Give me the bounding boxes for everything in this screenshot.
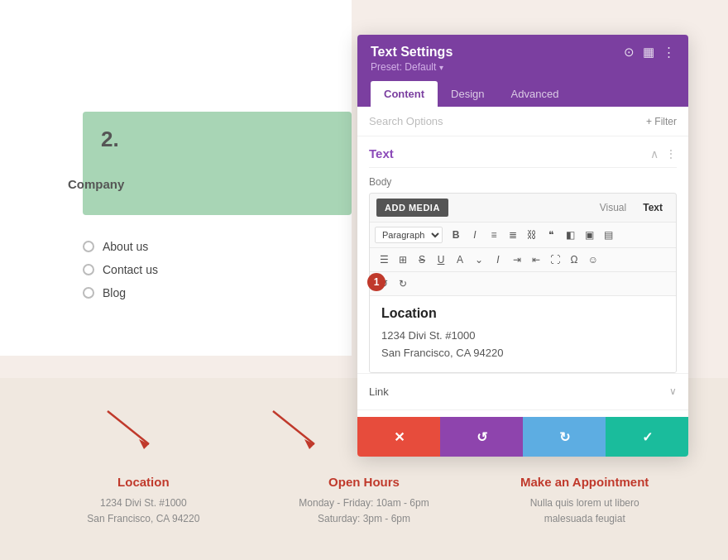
dots-icon[interactable]: ⋮ — [665, 147, 677, 160]
link-chevron-icon: ∨ — [669, 385, 677, 397]
collapse-icon[interactable]: ∧ — [650, 147, 659, 160]
paste-button[interactable]: ⌄ — [470, 251, 488, 269]
editor-toolbar: ADD MEDIA Visual Text Paragraph B I ≡ ≣ … — [369, 193, 677, 373]
arrow-location — [83, 403, 182, 452]
editor-address: 1234 Divi St. #1000 San Francisco, CA 94… — [381, 328, 664, 362]
hours-title: Open Hours — [254, 475, 475, 489]
appointment-text: Nulla quis lorem ut libero malesuada feu… — [474, 495, 695, 527]
visual-text-toggle: Visual Text — [593, 199, 669, 216]
section-title: Text — [369, 146, 394, 160]
text-toggle-button[interactable]: Text — [636, 199, 669, 216]
nav-label-about: About us — [103, 240, 148, 253]
bottom-col-hours: Open Hours Monday - Friday: 10am - 6pm S… — [254, 475, 475, 527]
section-header-icons: ∧ ⋮ — [650, 147, 677, 160]
svg-line-0 — [108, 411, 149, 444]
nav-list: About us Contact us Blog — [83, 240, 158, 299]
bottom-col-appointment: Make an Appointment Nulla quis lorem ut … — [474, 475, 695, 527]
nav-dot — [83, 264, 94, 275]
company-label: Company — [68, 177, 124, 191]
outdent-button[interactable]: ⇤ — [527, 251, 545, 269]
search-row: Search Options + Filter — [357, 107, 688, 136]
format-bar-row1: Paragraph B I ≡ ≣ ⛓ ❝ ◧ ▣ ▤ — [370, 223, 676, 248]
svg-line-2 — [273, 411, 314, 444]
link-label: Link — [369, 385, 389, 398]
paragraph-select[interactable]: Paragraph — [375, 227, 443, 243]
item-number: 2. — [101, 127, 124, 152]
editor-heading: Location — [381, 306, 664, 321]
emoji-button[interactable]: ☺ — [584, 251, 602, 269]
underline-button[interactable]: U — [432, 251, 450, 269]
indent-button[interactable]: ⇥ — [508, 251, 526, 269]
add-media-button[interactable]: ADD MEDIA — [376, 199, 448, 217]
panel-body: Search Options + Filter Text ∧ ⋮ Body AD… — [357, 107, 688, 417]
search-options-label[interactable]: Search Options — [369, 115, 646, 127]
unordered-list-button[interactable]: ≡ — [485, 226, 503, 244]
nav-item-blog[interactable]: Blog — [83, 286, 158, 299]
tab-content[interactable]: Content — [371, 81, 438, 107]
nav-item-contact[interactable]: Contact us — [83, 263, 158, 276]
omega-button[interactable]: Ω — [565, 251, 583, 269]
nav-item-about[interactable]: About us — [83, 240, 158, 253]
italic2-button[interactable]: I — [489, 251, 507, 269]
bold-button[interactable]: B — [447, 226, 465, 244]
panel-title-row: Text Settings ⊙ ▦ ⋮ — [371, 45, 675, 60]
undo-redo-bar: ↺ ↻ — [370, 272, 676, 296]
cancel-button[interactable]: ✕ — [357, 417, 440, 457]
panel-tabs: Content Design Advanced — [371, 81, 675, 107]
panel-preset[interactable]: Preset: Default ▾ — [371, 61, 675, 73]
step-badge: 1 — [367, 273, 386, 291]
hours-text: Monday - Friday: 10am - 6pm Saturday: 3p… — [254, 495, 475, 527]
media-row: ADD MEDIA Visual Text — [370, 194, 676, 223]
nav-label-blog: Blog — [103, 286, 126, 299]
section-header: Text ∧ ⋮ — [369, 136, 677, 168]
body-label: Body — [369, 168, 677, 193]
appointment-title: Make an Appointment — [474, 475, 695, 489]
nav-dot — [83, 287, 94, 299]
filter-button[interactable]: + Filter — [646, 116, 677, 127]
redo-editor-button[interactable]: ↻ — [394, 275, 412, 293]
undo-button[interactable]: ↺ — [440, 417, 523, 457]
text-section: Text ∧ ⋮ Body ADD MEDIA Visual Text — [357, 136, 688, 373]
text-color-button[interactable]: A — [451, 251, 469, 269]
strikethrough-button[interactable]: S — [413, 251, 431, 269]
ordered-list-button[interactable]: ≣ — [504, 226, 522, 244]
panel-title-icons: ⊙ ▦ ⋮ — [624, 45, 675, 60]
redo-button[interactable]: ↻ — [523, 417, 606, 457]
align-right-button[interactable]: ▤ — [599, 226, 617, 244]
editor-content[interactable]: Location 1234 Divi St. #1000 San Francis… — [370, 296, 676, 372]
green-box: 2. Company — [83, 112, 352, 215]
blockquote-button[interactable]: ❝ — [542, 226, 560, 244]
table-button[interactable]: ⊞ — [394, 251, 412, 269]
arrow-hours — [248, 403, 347, 452]
panel-title: Text Settings — [371, 45, 453, 60]
align-justify-button[interactable]: ☰ — [375, 251, 393, 269]
bottom-col-location: Location 1234 Divi St. #1000 San Francis… — [33, 475, 254, 527]
link-section[interactable]: Link ∨ — [357, 373, 688, 409]
nav-label-contact: Contact us — [103, 263, 158, 276]
visual-toggle-button[interactable]: Visual — [593, 199, 633, 216]
bottom-columns: Location 1234 Divi St. #1000 San Francis… — [0, 458, 728, 543]
preset-arrow-icon: ▾ — [439, 63, 443, 72]
location-address: 1234 Divi St. #1000 San Francisco, CA 94… — [33, 495, 254, 527]
background-section[interactable]: Background ∨ — [357, 409, 688, 417]
confirm-button[interactable]: ✓ — [606, 417, 688, 457]
panel-footer: ✕ ↺ ↻ ✓ — [357, 417, 688, 457]
circle-icon[interactable]: ⊙ — [624, 45, 635, 60]
settings-panel: Text Settings ⊙ ▦ ⋮ Preset: Default ▾ Co… — [357, 35, 688, 457]
align-center-button[interactable]: ▣ — [580, 226, 598, 244]
grid-icon[interactable]: ▦ — [643, 45, 654, 60]
link-button[interactable]: ⛓ — [523, 226, 541, 244]
tab-design[interactable]: Design — [438, 81, 497, 107]
align-left-button[interactable]: ◧ — [561, 226, 579, 244]
panel-header: Text Settings ⊙ ▦ ⋮ Preset: Default ▾ Co… — [357, 35, 688, 107]
format-bar-row2: ☰ ⊞ S U A ⌄ I ⇥ ⇤ ⛶ Ω ☺ — [370, 248, 676, 272]
location-title: Location — [33, 475, 254, 489]
more-icon[interactable]: ⋮ — [663, 45, 675, 60]
tab-advanced[interactable]: Advanced — [498, 81, 572, 107]
nav-dot — [83, 241, 94, 252]
fullscreen-button[interactable]: ⛶ — [546, 251, 564, 269]
italic-button[interactable]: I — [466, 226, 484, 244]
